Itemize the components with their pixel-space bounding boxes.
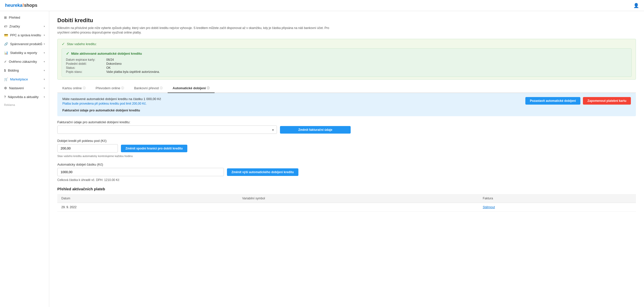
- tab-bankovni[interactable]: Bankovní převod ⓘ: [129, 84, 168, 93]
- grid-icon: ⊞: [4, 16, 7, 19]
- user-icon[interactable]: 👤: [633, 3, 639, 8]
- chevron-down-icon: ▾: [44, 96, 45, 98]
- logo-shops: shops: [24, 3, 37, 8]
- chart-icon: 📊: [4, 51, 8, 55]
- status-header: ✓ Stav vašeho kreditu:: [62, 42, 632, 46]
- billing-form-row: Změnit fakturační údaje: [57, 126, 636, 134]
- total-text: Celková částka k úhradě vč. DPH: 1210.00…: [57, 178, 636, 182]
- info-icon[interactable]: ⓘ: [160, 86, 163, 90]
- amount-form-row: Změnit výši automatického dobíjení kredi…: [57, 168, 636, 176]
- logo-heureka: heureka: [5, 3, 22, 8]
- tab-prevodem[interactable]: Převodem online ⓘ: [91, 84, 129, 93]
- reklama-label: Reklama: [0, 101, 49, 108]
- sidebar-item-znacky[interactable]: 🏷 Značky ▾: [0, 22, 49, 31]
- table-header-row: Datum Variabilní symbol Faktura: [57, 194, 636, 203]
- sidebar-item-overeno[interactable]: ✓ Ověřeno zákazníky ▾: [0, 57, 49, 66]
- section-box-header: Máte nastavené automatické dobíjení kred…: [62, 97, 631, 105]
- billing-label: Fakturační údaje pro automatické dobíjen…: [57, 120, 636, 124]
- billing-section-title: Fakturační údaje pro automatické dobíjen…: [62, 108, 631, 112]
- check-inner-icon: ✓: [66, 51, 69, 56]
- status-inner-box: ✓ Máte aktivované automatické dobíjení k…: [62, 48, 632, 77]
- cell-symbol: [238, 203, 479, 212]
- tabs: Kartou online ⓘ Převodem online ⓘ Bankov…: [57, 84, 636, 93]
- page-title: Dobití kreditu: [57, 17, 636, 24]
- billing-form-section: Fakturační údaje pro automatické dobíjen…: [57, 120, 636, 134]
- change-amount-button[interactable]: Změnit výši automatického dobíjení kredi…: [227, 168, 298, 176]
- col-symbol: Variabilní symbol: [238, 194, 479, 203]
- main-content: Dobití kreditu Kliknutím na příslušné po…: [49, 11, 644, 307]
- chevron-down-icon: ▾: [44, 69, 45, 72]
- sidebar-item-statistiky[interactable]: 📊 Statistiky a reporty ▾: [0, 48, 49, 57]
- store-icon: 🛒: [4, 77, 8, 81]
- gear-icon: ⚙: [4, 86, 7, 90]
- col-faktura: Faktura: [479, 194, 636, 203]
- question-icon: ?: [4, 95, 6, 99]
- info-icon[interactable]: ⓘ: [83, 86, 86, 90]
- change-threshold-button[interactable]: Změnit spodní hranici pro dobití kreditu: [121, 145, 187, 152]
- check-icon: ✓: [62, 42, 65, 46]
- cell-datum: 29. 9. 2022: [57, 203, 238, 212]
- amount-label: Automaticky dobijet částku (Kč): [57, 163, 636, 166]
- amount-input[interactable]: [57, 168, 224, 176]
- layout: ⊞ Přehled 🏷 Značky ▾ 💳 PPC a správa kred…: [0, 11, 644, 307]
- threshold-form-section: Dobijet kredit při poklesu pod (Kč) Změn…: [57, 139, 636, 158]
- status-header-text: Stav vašeho kreditu:: [67, 42, 97, 46]
- tag-icon: 🏷: [4, 24, 7, 28]
- threshold-form-row: Změnit spodní hranici pro dobití kreditu: [57, 144, 636, 152]
- logo: heureka ! shops: [5, 3, 37, 8]
- col-datum: Datum: [57, 194, 238, 203]
- chevron-down-icon: ▾: [44, 51, 45, 54]
- section-actions: Pozastavit automatické dobíjení Zapomeno…: [525, 97, 631, 105]
- table-title: Přehled aktivačních plateb: [57, 187, 636, 191]
- sidebar-item-bidding[interactable]: $ Bidding ▾: [0, 66, 49, 75]
- sidebar-item-prehled[interactable]: ⊞ Přehled: [0, 13, 49, 22]
- activations-table: Datum Variabilní symbol Faktura 29. 9. 2…: [57, 194, 636, 212]
- download-link[interactable]: Stáhnout: [483, 205, 495, 209]
- sidebar-item-nastaveni[interactable]: ⚙ Nastavení ▾: [0, 84, 49, 93]
- chevron-down-icon: ▾: [44, 60, 45, 63]
- table-section: Přehled aktivačních plateb Datum Variabi…: [57, 187, 636, 212]
- sidebar-item-sparovanost[interactable]: 🔗 Spárovanost produktů ▾: [0, 40, 49, 48]
- topnav: heureka ! shops 👤: [0, 0, 644, 11]
- billing-select[interactable]: [57, 126, 277, 134]
- chevron-down-icon: ▾: [44, 43, 45, 45]
- credit-card-icon: 💳: [4, 33, 8, 37]
- sidebar-item-napoveda[interactable]: ? Nápověda a aktuality ▾: [0, 93, 49, 101]
- forget-card-button[interactable]: Zapomenout platební kartu: [583, 97, 631, 105]
- auto-sub-text: Platba bude provedena při poklesu kredit…: [62, 102, 161, 105]
- link-icon: 🔗: [4, 42, 8, 46]
- dollar-icon: $: [4, 69, 6, 72]
- chevron-down-icon: ▾: [44, 78, 45, 81]
- amount-form-section: Automaticky dobijet částku (Kč) Změnit v…: [57, 163, 636, 182]
- threshold-hint: Stav vašeho kreditu automaticky kontrolu…: [57, 155, 636, 158]
- status-row-expiry: Datum expirace karty: 06/24: [66, 58, 627, 62]
- info-icon[interactable]: ⓘ: [121, 86, 124, 90]
- status-row-desc: Popis stavu: Vaše platba byla úspěšně au…: [66, 70, 627, 74]
- auto-charge-title: ✓ Máte aktivované automatické dobíjení k…: [66, 51, 627, 56]
- chevron-down-icon: ▾: [44, 34, 45, 37]
- threshold-input[interactable]: [57, 144, 118, 152]
- pause-auto-button[interactable]: Pozastavit automatické dobíjení: [525, 97, 580, 105]
- check-circle-icon: ✓: [4, 60, 7, 64]
- sidebar-item-marketplace[interactable]: 🛒 Marketplace ▾: [0, 75, 49, 84]
- chevron-down-icon: ▾: [44, 87, 45, 89]
- cell-faktura: Stáhnout: [479, 203, 636, 212]
- status-box: ✓ Stav vašeho kreditu: ✓ Máte aktivované…: [57, 39, 636, 80]
- sidebar-item-ppc[interactable]: 💳 PPC a správa kreditu ▾: [0, 31, 49, 40]
- tab-kartou[interactable]: Kartou online ⓘ: [57, 84, 91, 93]
- status-row-last: Poslední dobití: Dokončeno: [66, 62, 627, 66]
- auto-main-text: Máte nastavené automatické dobíjení kred…: [62, 97, 161, 101]
- threshold-label: Dobijet kredit při poklesu pod (Kč): [57, 139, 636, 143]
- tab-automaticke[interactable]: Automatické dobíjení ⓘ: [168, 84, 215, 93]
- chevron-down-icon: ▾: [44, 25, 45, 28]
- info-icon[interactable]: ⓘ: [207, 86, 210, 90]
- status-row-status: Status: OK: [66, 66, 627, 70]
- billing-select-wrapper: [57, 126, 277, 134]
- change-billing-button[interactable]: Změnit fakturační údaje: [280, 126, 351, 134]
- page-subtitle: Kliknutím na příslušné pole níže vyberte…: [57, 26, 335, 35]
- sidebar: ⊞ Přehled 🏷 Značky ▾ 💳 PPC a správa kred…: [0, 11, 49, 307]
- auto-section-box: Máte nastavené automatické dobíjení kred…: [57, 93, 636, 116]
- table-row: 29. 9. 2022 Stáhnout: [57, 203, 636, 212]
